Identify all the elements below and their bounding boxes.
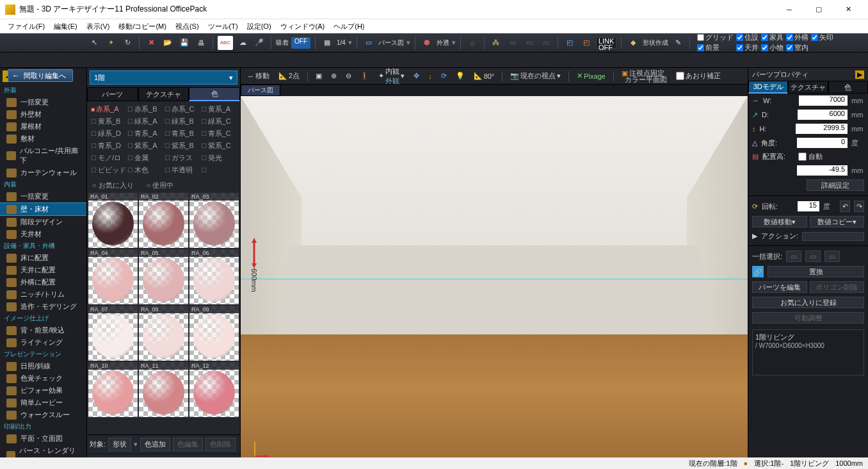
walk-icon[interactable]: 🚶 bbox=[358, 70, 372, 82]
floor-selector[interactable]: 1階 ▾ bbox=[90, 70, 237, 85]
color-thumbnail[interactable]: RA_12 bbox=[189, 362, 239, 417]
maximize-button[interactable]: ▢ bbox=[804, 0, 833, 19]
display-check-inside[interactable]: 室内 bbox=[786, 43, 808, 53]
nav-item[interactable]: 敷材 bbox=[0, 133, 86, 145]
detail-settings-button[interactable]: 詳細設定 bbox=[807, 179, 864, 191]
print-icon[interactable]: 🖶 bbox=[194, 36, 208, 50]
color-thumbnail[interactable]: RA_03 bbox=[189, 193, 239, 248]
menu-item[interactable]: 視点(S) bbox=[172, 21, 203, 33]
properties-tab[interactable]: 色 bbox=[828, 81, 868, 94]
color-thumbnail[interactable]: RA_07 bbox=[88, 306, 138, 361]
color-add-button[interactable]: 色追加 bbox=[140, 438, 170, 451]
two-point-mode[interactable]: 📐 2点 bbox=[276, 70, 302, 82]
interior-view[interactable]: ✦ 内観外観 ▾ bbox=[376, 70, 407, 82]
category-item[interactable]: モノ/ロ bbox=[91, 152, 126, 163]
menu-item[interactable]: ウィンドウ(A) bbox=[277, 21, 329, 33]
minimize-button[interactable]: ─ bbox=[775, 0, 804, 19]
display-check-ceiling[interactable]: 天井 bbox=[736, 43, 759, 53]
shape-make-label[interactable]: 形状作成 bbox=[643, 38, 668, 47]
nav-item[interactable]: 日照/斜線 bbox=[0, 360, 86, 372]
nav-item[interactable]: 壁・床材 bbox=[0, 202, 86, 216]
3d-viewport[interactable]: 600mm Zx bbox=[241, 96, 748, 469]
menu-item[interactable]: ヘルプ(H) bbox=[330, 21, 368, 33]
nav-item[interactable]: 一括変更 bbox=[0, 190, 86, 202]
category-item[interactable]: 青系_D bbox=[91, 140, 126, 151]
palette-tab[interactable]: 色 bbox=[189, 87, 240, 101]
category-item[interactable]: 赤系_C bbox=[165, 104, 200, 115]
grid-fraction[interactable]: 1/4 bbox=[337, 39, 346, 46]
nav-item[interactable]: ウォークスルー bbox=[0, 409, 86, 421]
display-check-small[interactable]: 小物 bbox=[761, 43, 784, 53]
rotate-cw-button[interactable]: ↷ bbox=[854, 201, 864, 212]
nav-item[interactable]: 一括変更 bbox=[0, 96, 86, 108]
color-thumbnail[interactable]: RA_05 bbox=[139, 249, 188, 304]
fit-icon[interactable]: ▣ bbox=[313, 70, 325, 82]
nav-item[interactable]: ニッチ/トリム bbox=[0, 288, 86, 300]
wand-icon[interactable]: ⁂ bbox=[489, 36, 503, 50]
menu-item[interactable]: 編集(E) bbox=[50, 21, 81, 33]
color-thumbnail[interactable]: RA_10 bbox=[88, 362, 138, 417]
link-off-badge[interactable]: LINKOFF bbox=[596, 37, 616, 49]
cloud-icon[interactable]: ☁ bbox=[236, 36, 250, 50]
category-item[interactable]: 木色 bbox=[127, 165, 163, 176]
select-tool-icon[interactable]: ↖ bbox=[87, 36, 101, 50]
close-button[interactable]: ✕ bbox=[833, 0, 863, 19]
target-shape-dropdown[interactable]: 形状 bbox=[108, 438, 131, 451]
shape-wand-icon[interactable]: ✎ bbox=[671, 36, 685, 50]
nav-item[interactable]: 階段デザイン bbox=[0, 216, 86, 228]
fov-angle[interactable]: 📐 80° bbox=[471, 70, 497, 82]
place-height-input[interactable]: -49.5 bbox=[797, 165, 848, 176]
annotation-fix[interactable]: ▣ 注視点固定 カラー平面図 bbox=[619, 70, 670, 82]
zoom-out-icon[interactable]: ⊖ bbox=[343, 70, 354, 82]
display-check-ext[interactable]: 外構 bbox=[786, 33, 808, 42]
category-item[interactable]: 黄系_B bbox=[91, 116, 126, 127]
persp-view-icon[interactable]: ▭ bbox=[362, 36, 376, 50]
palette-tab[interactable]: テクスチャ bbox=[138, 87, 189, 101]
category-item[interactable]: 半透明 bbox=[165, 165, 200, 176]
angle-input[interactable]: 0 bbox=[797, 138, 848, 148]
width-input[interactable]: 7000 bbox=[799, 95, 848, 106]
category-item[interactable]: 発光 bbox=[201, 152, 236, 163]
menu-item[interactable]: ファイル(F) bbox=[4, 21, 49, 33]
menu-item[interactable]: 移動/コピー(M) bbox=[115, 21, 170, 33]
menu-item[interactable]: ツール(T) bbox=[204, 21, 242, 33]
ext-trans-icon[interactable]: ⬢ bbox=[420, 36, 434, 50]
color-thumbnail[interactable]: RA_06 bbox=[189, 249, 239, 304]
category-item[interactable]: 青系_B bbox=[165, 128, 200, 139]
nav-item[interactable]: ライティング bbox=[0, 336, 86, 349]
refresh-icon[interactable]: ↻ bbox=[120, 36, 134, 50]
properties-tab[interactable]: 3Dモデル bbox=[748, 81, 788, 94]
properties-tab[interactable]: テクスチャ bbox=[788, 81, 828, 94]
num-copy-dropdown[interactable]: 数値コピー ▾ bbox=[810, 216, 865, 227]
category-item[interactable]: 青系_A bbox=[127, 128, 163, 139]
pixage-button[interactable]: ✕ Pixage bbox=[574, 70, 608, 82]
category-item[interactable]: 紫系_C bbox=[201, 140, 236, 151]
nav-item[interactable]: 簡単ムービー bbox=[0, 397, 86, 409]
view-tab-perspective[interactable]: パース図 bbox=[241, 85, 280, 96]
link-icon[interactable]: 🔗 bbox=[752, 266, 764, 277]
mic-icon[interactable]: 🎤 bbox=[252, 36, 266, 50]
category-item[interactable]: 緑系_B bbox=[165, 116, 200, 127]
inuse-radio[interactable]: 使用中 bbox=[147, 181, 174, 190]
nav-item[interactable]: ビフォー効果 bbox=[0, 384, 86, 397]
selrect-1-icon[interactable]: ◰ bbox=[563, 36, 577, 50]
save-icon[interactable]: 💾 bbox=[177, 36, 191, 50]
category-item[interactable]: ガラス bbox=[165, 152, 200, 163]
display-check-furn[interactable]: 家具 bbox=[761, 33, 784, 42]
auto-check[interactable]: 自動 bbox=[798, 152, 823, 161]
category-item[interactable]: 緑系_C bbox=[201, 116, 236, 127]
grid-icon[interactable]: ▦ bbox=[320, 36, 334, 50]
category-item[interactable]: 緑系_A bbox=[127, 116, 163, 127]
nav-item[interactable]: バルコニー/共用廊下 bbox=[0, 145, 86, 167]
menu-item[interactable]: 設定(O) bbox=[243, 21, 275, 33]
thumbnail-grid[interactable]: RA_01RA_02RA_03RA_04RA_05RA_06RA_07RA_08… bbox=[87, 193, 240, 434]
properties-collapse-icon[interactable]: ▶ bbox=[855, 70, 864, 79]
pan-icon[interactable]: ✥ bbox=[411, 70, 422, 82]
nav-item[interactable]: カーテンウォール bbox=[0, 167, 86, 179]
open-folder-icon[interactable]: 📂 bbox=[161, 36, 175, 50]
nav-item[interactable]: 背・前景/映込 bbox=[0, 324, 86, 336]
nav-item[interactable]: 外構に配置 bbox=[0, 276, 86, 288]
shape-make-icon[interactable]: ◆ bbox=[626, 36, 640, 50]
category-item[interactable]: 紫系_B bbox=[165, 140, 200, 151]
delete-icon[interactable]: ✖ bbox=[144, 36, 158, 50]
